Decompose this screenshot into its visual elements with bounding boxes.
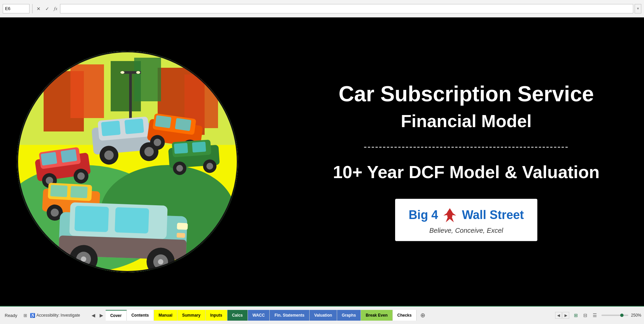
tab-fin-statements[interactable]: Fin. Statements: [270, 310, 309, 321]
sheet-nav-next[interactable]: ▶: [98, 310, 106, 321]
svg-rect-5: [70, 64, 104, 118]
svg-rect-50: [177, 223, 188, 230]
cell-reference[interactable]: E6: [3, 4, 30, 13]
formula-divider: [32, 4, 33, 13]
logo-text-right: Wall Street: [462, 208, 524, 222]
svg-rect-41: [74, 206, 109, 232]
formula-scroll[interactable]: ▼: [635, 4, 641, 13]
logo-eagle-icon: [441, 206, 459, 224]
horizontal-scroll-nav: ◀ ▶: [555, 312, 569, 319]
confirm-formula-icon[interactable]: ✓: [44, 5, 51, 12]
svg-rect-51: [177, 233, 185, 238]
cover-divider: ----------------------------------------…: [315, 141, 617, 152]
cover-text-section: Car Subscription Service Financial Model…: [315, 82, 617, 241]
logo-content: Big 4 Wall Street: [409, 206, 524, 224]
cover-image-circle: [17, 51, 238, 272]
tab-wacc[interactable]: WACC: [248, 310, 270, 321]
right-status-area: ◀ ▶ ⊞ ⊟ ☰ 250%: [555, 311, 644, 319]
sheet-tabs: ◀ ▶ Cover Contents Manual Summary Inputs…: [90, 310, 555, 321]
formula-icons: ✕ ✓ 𝑓𝑥: [35, 5, 59, 12]
svg-rect-42: [115, 207, 149, 233]
status-ready-text: Ready: [0, 313, 22, 318]
status-bar: Ready ⊞ ♿ Accessibility: Investigate ◀ ▶…: [0, 306, 644, 324]
add-sheet-button[interactable]: ⊕: [418, 311, 427, 320]
status-icons: ⊞: [23, 313, 27, 318]
tab-cover[interactable]: Cover: [106, 310, 127, 321]
scroll-tab-left[interactable]: ◀: [555, 312, 562, 319]
accessibility-icon: ♿: [30, 313, 35, 318]
svg-rect-16: [101, 121, 120, 137]
svg-rect-9: [134, 58, 161, 101]
tab-checks[interactable]: Checks: [393, 310, 417, 321]
svg-point-12: [120, 71, 124, 74]
cover-subtitle: Financial Model: [315, 111, 617, 131]
formula-input[interactable]: [60, 4, 633, 13]
sheet-nav-prev[interactable]: ◀: [90, 310, 98, 321]
tab-calcs[interactable]: Calcs: [227, 310, 248, 321]
zoom-level: 250%: [631, 313, 641, 318]
svg-point-13: [136, 71, 140, 74]
title-line1: Car Subscription Service: [338, 82, 594, 106]
view-mode-icons: ⊞ ⊟ ☰: [572, 311, 599, 319]
tab-inputs[interactable]: Inputs: [206, 310, 227, 321]
insert-function-icon[interactable]: 𝑓𝑥: [53, 5, 59, 12]
cell-mode-icon: ⊞: [23, 313, 27, 318]
svg-rect-17: [124, 118, 144, 134]
tab-contents[interactable]: Contents: [127, 310, 154, 321]
svg-rect-55: [175, 118, 191, 131]
accessibility-button[interactable]: ♿ Accessibility: Investigate: [27, 312, 83, 319]
scroll-tab-right[interactable]: ▶: [562, 312, 569, 319]
company-logo-box: Big 4 Wall Street Believe, Conceive, Exc…: [395, 199, 537, 241]
cover-title: Car Subscription Service: [315, 82, 617, 106]
svg-marker-73: [446, 216, 454, 222]
accessibility-label: Accessibility: Investigate: [37, 313, 80, 318]
normal-view-icon[interactable]: ⊞: [572, 311, 580, 319]
svg-rect-26: [61, 149, 77, 163]
tab-summary[interactable]: Summary: [177, 310, 206, 321]
page-layout-icon[interactable]: ⊟: [581, 311, 589, 319]
tab-valuation[interactable]: Valuation: [310, 310, 337, 321]
cover-dcf-label: 10+ Year DCF Model & Valuation: [315, 162, 617, 182]
zoom-slider-thumb: [620, 314, 624, 317]
svg-rect-54: [155, 115, 171, 128]
svg-marker-70: [447, 208, 453, 213]
svg-rect-62: [174, 143, 188, 154]
tab-break-even[interactable]: Break Even: [361, 310, 392, 321]
tab-manual[interactable]: Manual: [154, 310, 177, 321]
zoom-slider[interactable]: [601, 315, 628, 316]
svg-rect-25: [41, 152, 57, 166]
page-break-icon[interactable]: ☰: [591, 311, 599, 319]
cancel-formula-icon[interactable]: ✕: [35, 5, 42, 12]
cover-content-area: Car Subscription Service Financial Model…: [0, 17, 644, 306]
logo-text-left: Big 4: [409, 208, 438, 222]
tab-graphs[interactable]: Graphs: [337, 310, 361, 321]
svg-rect-63: [192, 142, 206, 153]
svg-rect-34: [70, 186, 88, 198]
logo-tagline: Believe, Conceive, Excel: [409, 227, 524, 234]
svg-rect-33: [50, 185, 68, 197]
formula-bar: E6 ✕ ✓ 𝑓𝑥 ▼: [0, 0, 644, 17]
